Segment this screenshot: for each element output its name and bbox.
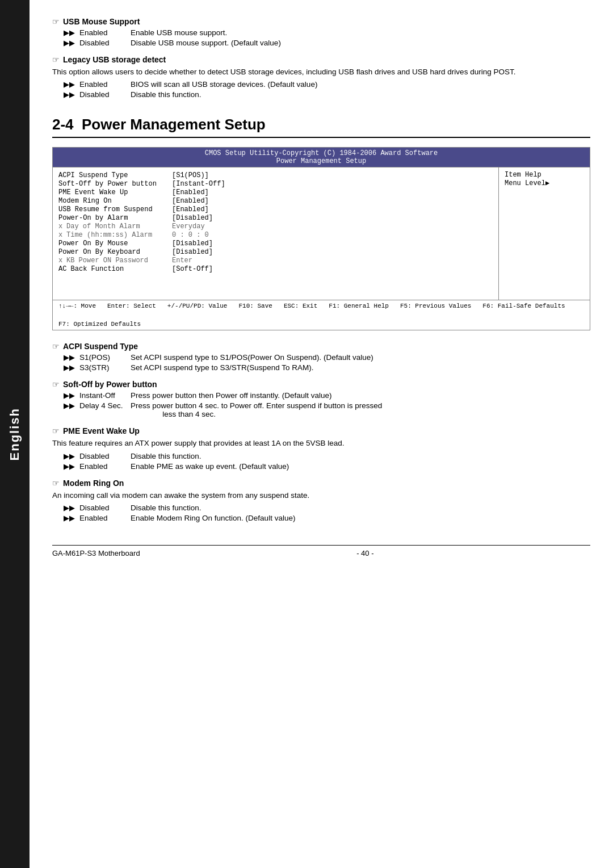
pme-section: PME Event Wake Up This feature requires … xyxy=(52,426,590,470)
bios-footer-move: ↑↓→←: Move xyxy=(58,303,96,309)
acpi-s3-desc: Set ACPI suspend type to S3/STR(Suspend … xyxy=(131,363,313,372)
legacy-usb-enabled: ▶▶ Enabled BIOS will scan all USB storag… xyxy=(64,80,590,89)
bios-row-acpi-suspend: ACPI Suspend Type [S1(POS)] xyxy=(58,171,493,179)
bios-header2: Power Management Setup xyxy=(53,157,590,165)
modem-enabled: ▶▶ Enabled Enable Modem Ring On function… xyxy=(64,514,590,522)
bios-help-value: Menu Level▶ xyxy=(505,179,584,187)
footer-center: - 40 - xyxy=(356,549,373,557)
bios-footer-f5: F5: Previous Values xyxy=(400,303,471,309)
bios-row-modem: Modem Ring On [Enabled] xyxy=(58,197,493,205)
bios-help-panel: Item Help Menu Level▶ xyxy=(499,167,590,300)
softoff-instant-desc: Press power button then Power off instan… xyxy=(131,391,331,400)
bios-footer-value: +/-/PU/PD: Value xyxy=(167,303,228,309)
bios-footer-f1: F1: General Help xyxy=(329,303,389,309)
acpi-s1: ▶▶ S1(POS) Set ACPI suspend type to S1/P… xyxy=(64,353,590,362)
acpi-s3-label: S3(STR) xyxy=(79,363,131,372)
bios-footer-esc: ESC: Exit xyxy=(284,303,317,309)
bios-row-poweron-mouse: Power On By Mouse [Disabled] xyxy=(58,240,493,248)
acpi-s3: ▶▶ S3(STR) Set ACPI suspend type to S3/S… xyxy=(64,363,590,372)
bios-footer-f7: F7: Optimized Defaults xyxy=(58,321,141,328)
usb-mouse-disabled: ▶▶ Disabled Disable USB mouse support. (… xyxy=(64,39,590,47)
bios-row-kb-password: x KB Power ON Password Enter xyxy=(58,257,493,265)
bullet-arrow-icon: ▶▶ xyxy=(64,80,75,89)
bios-row-poweron-keyboard: Power On By Keyboard [Disabled] xyxy=(58,248,493,256)
usb-mouse-disabled-label: Disabled xyxy=(79,39,131,47)
usb-mouse-enabled-label: Enabled xyxy=(79,28,131,37)
modem-disabled: ▶▶ Disabled Disable this function. xyxy=(64,504,590,512)
legacy-usb-disabled-label: Disabled xyxy=(79,90,131,99)
acpi-title: ACPI Suspend Type xyxy=(52,342,590,351)
pme-disabled: ▶▶ Disabled Disable this function. xyxy=(64,452,590,460)
bios-row-usb-resume: USB Resume from Suspend [Enabled] xyxy=(58,206,493,213)
bullet-arrow-icon: ▶▶ xyxy=(64,504,75,512)
modem-disabled-label: Disabled xyxy=(79,504,131,512)
bios-footer: ↑↓→←: Move Enter: Select +/-/PU/PD: Valu… xyxy=(53,300,590,330)
bios-footer-f10: F10: Save xyxy=(238,303,272,309)
legacy-usb-disabled-desc: Disable this function. xyxy=(131,90,201,99)
bios-row-ac-back: AC Back Function [Soft-Off] xyxy=(58,265,493,273)
modem-enabled-label: Enabled xyxy=(79,514,131,522)
usb-mouse-enabled-desc: Enable USB mouse support. xyxy=(131,28,227,37)
bios-row-time-alarm: x Time (hh:mm:ss) Alarm 0 : 0 : 0 xyxy=(58,231,493,239)
bullet-arrow-icon: ▶▶ xyxy=(64,452,75,460)
usb-mouse-disabled-desc: Disable USB mouse support. (Default valu… xyxy=(131,39,281,47)
softoff-section: Soft-Off by Power button ▶▶ Instant-Off … xyxy=(52,380,590,418)
acpi-s1-label: S1(POS) xyxy=(79,353,131,362)
bios-header: CMOS Setup Utility-Copyright (C) 1984-20… xyxy=(53,148,590,167)
usb-mouse-enabled: ▶▶ Enabled Enable USB mouse support. xyxy=(64,28,590,37)
softoff-title: Soft-Off by Power button xyxy=(52,380,590,389)
bios-header1: CMOS Setup Utility-Copyright (C) 1984-20… xyxy=(53,149,590,157)
legacy-usb-desc: This option allows users to decide wheth… xyxy=(52,66,590,78)
pme-enabled-label: Enabled xyxy=(79,462,131,471)
sidebar: English xyxy=(0,0,30,868)
bios-main: ACPI Suspend Type [S1(POS)] Soft-Off by … xyxy=(53,167,499,300)
pme-desc: This feature requires an ATX power suppl… xyxy=(52,438,590,449)
bios-footer-f6: F6: Fail-Safe Defaults xyxy=(482,303,565,309)
softoff-delay-label: Delay 4 Sec. xyxy=(79,401,131,418)
bios-help-title: Item Help xyxy=(505,171,584,179)
legacy-usb-title: Legacy USB storage detect xyxy=(52,55,590,64)
main-content: USB Mouse Support ▶▶ Enabled Enable USB … xyxy=(30,0,613,580)
footer-left: GA-M61P-S3 Motherboard xyxy=(52,549,140,557)
softoff-instant-label: Instant-Off xyxy=(79,391,131,400)
softoff-instant: ▶▶ Instant-Off Press power button then P… xyxy=(64,391,590,400)
bullet-arrow-icon: ▶▶ xyxy=(64,363,75,372)
pme-enabled-desc: Enable PME as wake up event. (Default va… xyxy=(131,462,289,471)
bios-screenshot: CMOS Setup Utility-Copyright (C) 1984-20… xyxy=(52,147,590,330)
modem-title: Modem Ring On xyxy=(52,479,590,488)
chapter-number: 2-4 xyxy=(52,116,74,133)
acpi-section: ACPI Suspend Type ▶▶ S1(POS) Set ACPI su… xyxy=(52,342,590,372)
bullet-arrow-icon: ▶▶ xyxy=(64,28,75,37)
modem-enabled-desc: Enable Modem Ring On function. (Default … xyxy=(131,514,295,522)
usb-mouse-title: USB Mouse Support xyxy=(52,17,590,26)
bios-content: ACPI Suspend Type [S1(POS)] Soft-Off by … xyxy=(53,167,590,300)
bullet-arrow-icon: ▶▶ xyxy=(64,514,75,522)
legacy-usb-enabled-desc: BIOS will scan all USB storage devices. … xyxy=(131,80,317,89)
legacy-usb-disabled: ▶▶ Disabled Disable this function. xyxy=(64,90,590,99)
pme-enabled: ▶▶ Enabled Enable PME as wake up event. … xyxy=(64,462,590,471)
bullet-arrow-icon: ▶▶ xyxy=(64,391,75,400)
bios-row-poweron-alarm: Power-On by Alarm [Disabled] xyxy=(58,214,493,222)
bios-row-day-alarm: x Day of Month Alarm Everyday xyxy=(58,223,493,230)
softoff-delay: ▶▶ Delay 4 Sec. Press power button 4 sec… xyxy=(64,401,590,418)
pme-title: PME Event Wake Up xyxy=(52,426,590,435)
sidebar-label: English xyxy=(7,408,22,460)
bios-footer-enter: Enter: Select xyxy=(107,303,156,309)
bullet-arrow-icon: ▶▶ xyxy=(64,401,75,418)
bullet-arrow-icon: ▶▶ xyxy=(64,462,75,471)
bios-row-pme: PME Event Wake Up [Enabled] xyxy=(58,188,493,196)
legacy-usb-section: Legacy USB storage detect This option al… xyxy=(52,55,590,99)
chapter-heading: 2-4 Power Management Setup xyxy=(52,116,590,138)
pme-disabled-label: Disabled xyxy=(79,452,131,460)
modem-desc: An incoming call via modem can awake the… xyxy=(52,490,590,501)
bios-spacer xyxy=(58,274,493,296)
usb-mouse-section: USB Mouse Support ▶▶ Enabled Enable USB … xyxy=(52,17,590,47)
acpi-s1-desc: Set ACPI suspend type to S1/POS(Power On… xyxy=(131,353,373,362)
softoff-delay-desc: Press power button 4 sec. to Power off. … xyxy=(131,401,382,418)
modem-section: Modem Ring On An incoming call via modem… xyxy=(52,479,590,522)
pme-disabled-desc: Disable this function. xyxy=(131,452,201,460)
bullet-arrow-icon: ▶▶ xyxy=(64,353,75,362)
bullet-arrow-icon: ▶▶ xyxy=(64,90,75,99)
chapter-title: Power Management Setup xyxy=(82,116,266,133)
legacy-usb-enabled-label: Enabled xyxy=(79,80,131,89)
